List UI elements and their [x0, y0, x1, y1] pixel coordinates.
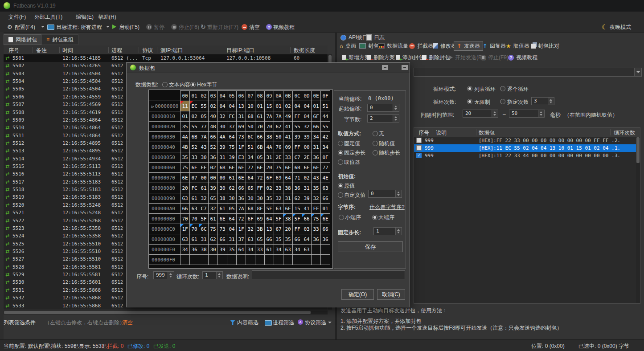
hex-cell[interactable]: 64 [237, 245, 246, 255]
hex-cell[interactable]: 6E [218, 214, 227, 224]
hex-cell[interactable] [265, 255, 274, 265]
clear-button[interactable]: 清空 [249, 24, 260, 31]
hex-cell[interactable] [180, 255, 190, 265]
hex-cell[interactable]: EC [190, 101, 199, 111]
hex-cell[interactable]: 36 [209, 152, 218, 163]
hex-cell[interactable]: 52 [209, 142, 218, 152]
hex-cell[interactable]: 69 [255, 214, 265, 224]
hex-cell[interactable]: 66 [255, 132, 265, 142]
hex-cell[interactable]: 50 [274, 132, 283, 142]
hex-cell[interactable]: 65 [209, 193, 218, 204]
delete-plan-button[interactable]: − 删除方案 [367, 53, 395, 62]
hex-cell[interactable]: 02 [302, 173, 312, 183]
hex-cell[interactable]: 49 [283, 111, 293, 122]
tab-desktop[interactable]: ⌂ 桌面 [340, 41, 356, 50]
hex-cell[interactable] [312, 245, 321, 255]
hex-cell[interactable]: 36 [190, 245, 199, 255]
hex-cell[interactable]: 04 [227, 101, 237, 111]
hex-cell[interactable]: 34 [312, 132, 321, 142]
hex-cell[interactable]: 7A [274, 111, 283, 122]
hex-cell[interactable]: 6F [237, 163, 246, 173]
hex-cell[interactable]: 03 [302, 224, 312, 234]
radio-label[interactable]: 文本内容 [169, 81, 190, 89]
hex-cell[interactable]: 36 [293, 183, 302, 193]
hex-cell[interactable]: 69 [274, 173, 283, 183]
hex-cell[interactable]: 01 [312, 101, 321, 111]
hex-cell[interactable]: 00 [199, 173, 209, 183]
hex-cell[interactable]: 55 [190, 122, 199, 132]
hex-cell[interactable]: 01 [180, 111, 190, 122]
interval-from-spinner[interactable]: 20 [463, 110, 498, 118]
hex-cell[interactable]: 6E [180, 173, 190, 183]
plan-select[interactable] [414, 68, 642, 77]
col-time[interactable]: 时间 [62, 47, 73, 54]
hex-cell[interactable]: 70 [190, 214, 199, 224]
target-process-selector[interactable]: 目标进程: 所有进程 [56, 24, 102, 31]
hex-cell[interactable]: 5F [199, 214, 209, 224]
hex-cell[interactable]: 65 [255, 234, 265, 245]
ok-button[interactable]: 确定(O) [341, 289, 374, 300]
hex-cell[interactable]: 31 [312, 142, 321, 152]
hex-cell[interactable]: FF [293, 224, 302, 234]
hex-cell[interactable]: 64 [246, 173, 255, 183]
hex-cell[interactable]: 1F [237, 224, 246, 234]
hex-cell[interactable]: 61 [190, 193, 199, 204]
hex-cell[interactable]: 68 [246, 111, 255, 122]
radio-label[interactable]: 取值器 [344, 159, 360, 166]
row-checkbox[interactable] [416, 138, 422, 143]
hex-cell[interactable]: 67 [274, 224, 283, 234]
hex-cell[interactable] [312, 255, 321, 265]
hex-cell[interactable]: 6F [312, 163, 321, 173]
hex-cell[interactable]: 63 [302, 245, 312, 255]
radio-label[interactable]: 小端序 [345, 214, 361, 221]
hex-cell[interactable]: 6E [283, 204, 293, 214]
hex-cell[interactable]: 32 [199, 193, 209, 204]
hex-cell[interactable]: 32 [302, 122, 312, 132]
hex-cell[interactable]: 05 [227, 204, 237, 214]
hex-cell[interactable]: 07 [190, 173, 199, 183]
tab-log[interactable]: 日志 [366, 33, 385, 42]
hex-cell[interactable]: 63 [274, 204, 283, 214]
hex-cell[interactable] [274, 255, 283, 265]
hex-cell[interactable]: 30 [227, 193, 237, 204]
tab-sender[interactable]: ↑ 发送器 [454, 41, 483, 51]
interval-to-spinner[interactable]: 50 [509, 110, 545, 118]
radio-label[interactable]: 随机值 [379, 140, 395, 147]
radio-label[interactable]: 逐个循环 [507, 86, 529, 93]
tab-interceptor[interactable]: 拦截器 [409, 41, 433, 50]
hex-cell[interactable]: 5F [274, 214, 283, 224]
hex-cell[interactable]: 66 [321, 224, 330, 234]
hex-cell[interactable]: 36 [312, 234, 321, 245]
data-desc-input[interactable] [252, 270, 405, 279]
packet-no-spinner[interactable]: 999 [153, 271, 174, 279]
row-checkbox[interactable] [416, 145, 422, 151]
radio-label[interactable]: 列表循环 [474, 86, 496, 93]
hex-cell[interactable]: 63 [180, 193, 190, 204]
hex-cell[interactable]: 1F [180, 224, 190, 234]
hex-cell[interactable]: 04 [302, 101, 312, 111]
process-filter-button[interactable]: 进程筛选 [273, 319, 294, 327]
hex-cell[interactable]: 35 [180, 152, 190, 163]
hex-cell[interactable]: 71 [293, 173, 302, 183]
hex-cell[interactable]: 7A [237, 204, 246, 214]
hex-cell[interactable]: 02 [283, 101, 293, 111]
radio-label[interactable]: 无 [379, 130, 384, 138]
tab-packet-compare[interactable]: 封包比对 [531, 41, 559, 50]
hex-cell[interactable]: 63 [190, 204, 199, 214]
hex-cell[interactable]: 41 [283, 122, 293, 132]
hex-cell[interactable]: 31 [237, 111, 246, 122]
hex-cell[interactable]: 02 [265, 183, 274, 193]
hex-cell[interactable]: 05 [199, 111, 209, 122]
hex-cell[interactable]: 36 [312, 152, 321, 163]
filter-clear-button[interactable]: 清空 [122, 319, 133, 327]
hex-cell[interactable]: 61 [265, 245, 274, 255]
hex-cell[interactable]: 20 [283, 224, 293, 234]
tab-traffic[interactable]: 数据流量 [378, 41, 408, 50]
radio-random-step[interactable] [373, 150, 378, 155]
hex-cell[interactable]: 77 [246, 163, 255, 173]
hex-cell[interactable]: 2E [302, 152, 312, 163]
hex-cell[interactable]: FF [293, 111, 302, 122]
hex-cell[interactable]: 70 [265, 122, 274, 132]
hex-cell[interactable]: 52 [190, 142, 199, 152]
video-tutorial-button[interactable]: ? 视频教程 [508, 53, 537, 62]
